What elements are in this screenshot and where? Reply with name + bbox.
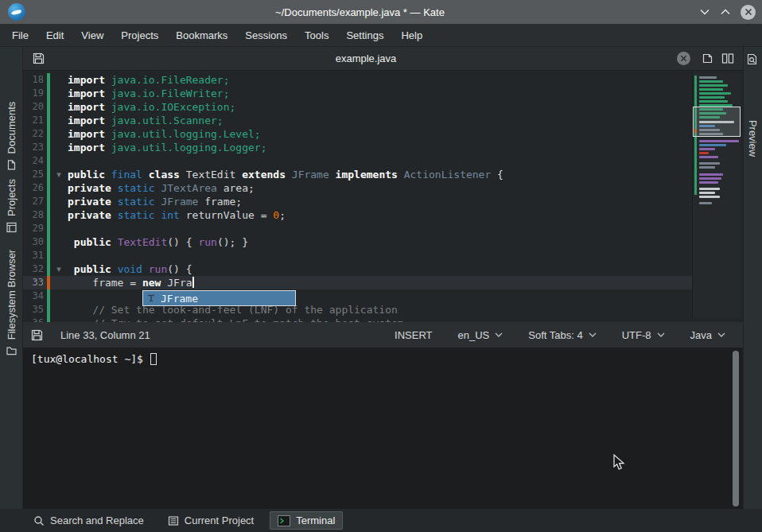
fold-marker[interactable]: ▾ <box>50 168 68 181</box>
menu-item-edit[interactable]: Edit <box>39 26 71 45</box>
code-line-31[interactable]: 31 <box>23 249 692 262</box>
fold-column <box>50 249 68 262</box>
bottom-tab-label: Terminal <box>296 515 335 526</box>
new-document-button[interactable] <box>697 49 717 68</box>
line-number[interactable]: 26 <box>23 181 44 195</box>
document-preview-button[interactable] <box>746 53 758 68</box>
sidebar-tab-filesystem-browser[interactable]: Filesystem Browser <box>6 250 17 356</box>
bottom-tab-current-project[interactable]: Current Project <box>160 511 262 530</box>
code-line-29[interactable]: 29 <box>23 222 692 235</box>
syntax-selector[interactable]: Java <box>681 329 735 341</box>
line-number[interactable]: 31 <box>23 249 44 262</box>
fold-column <box>50 154 68 168</box>
code-line-20[interactable]: 20import java.io.IOException; <box>23 100 692 114</box>
tab-mode-selector[interactable]: Soft Tabs: 4 <box>519 329 605 341</box>
split-view-button[interactable] <box>717 49 738 68</box>
code-line-19[interactable]: 19import java.io.FileWriter; <box>23 87 692 100</box>
code-text: import java.util.Scanner; <box>68 114 224 127</box>
code-text: import java.util.logging.Level; <box>68 127 261 141</box>
code-line-35[interactable]: 35 // Set the look-and-feel (LNF) of the… <box>23 303 692 316</box>
encoding-selector[interactable]: UTF-8 <box>612 329 675 341</box>
line-number[interactable]: 35 <box>23 303 44 316</box>
fold-marker[interactable]: ▾ <box>50 262 68 276</box>
bottom-tab-search-and-replace[interactable]: Search and Replace <box>25 511 152 530</box>
bottom-tab-terminal[interactable]: Terminal <box>270 511 343 530</box>
menu-item-tools[interactable]: Tools <box>297 26 336 45</box>
line-number[interactable]: 30 <box>23 235 44 249</box>
sidebar-tab-preview[interactable]: Preview <box>747 120 759 157</box>
menu-item-projects[interactable]: Projects <box>114 26 165 45</box>
minimap-code-bar <box>699 92 731 95</box>
code-line-22[interactable]: 22import java.util.logging.Level; <box>23 127 692 141</box>
code-line-23[interactable]: 23import java.util.logging.Logger; <box>23 141 692 154</box>
line-number[interactable]: 29 <box>23 222 44 235</box>
line-number[interactable]: 21 <box>23 114 44 127</box>
code-line-30[interactable]: 30 public TextEdit() { run(); } <box>23 235 692 249</box>
menu-item-help[interactable]: Help <box>394 26 430 45</box>
code-line-28[interactable]: 28private static int returnValue = 0; <box>23 208 692 222</box>
minimap-code-bar <box>699 76 717 79</box>
line-number[interactable]: 25 <box>23 168 44 181</box>
completion-popup: JFrame <box>142 290 296 306</box>
line-number[interactable]: 20 <box>23 100 44 114</box>
minimap-code-bar <box>699 188 720 190</box>
menu-item-settings[interactable]: Settings <box>339 26 391 45</box>
documents-icon <box>6 159 17 170</box>
class-icon <box>146 293 156 303</box>
tab-close-icon <box>680 55 687 62</box>
line-number[interactable]: 24 <box>23 154 44 168</box>
line-number[interactable]: 34 <box>23 289 44 303</box>
code-text: public final class TextEdit extends JFra… <box>68 168 503 181</box>
minimap[interactable] <box>692 73 741 318</box>
line-number[interactable]: 27 <box>23 195 44 208</box>
code-line-18[interactable]: 18import java.io.FileReader; <box>23 73 692 87</box>
menu-item-bookmarks[interactable]: Bookmarks <box>169 26 235 45</box>
fold-column <box>50 316 68 322</box>
completion-item-selected[interactable]: JFrame <box>143 291 295 305</box>
code-text: public TextEdit() { run(); } <box>68 235 248 249</box>
code-line-26[interactable]: 26private static JTextArea area; <box>23 181 692 195</box>
code-line-32[interactable]: 32▾ public void run() { <box>23 262 692 276</box>
line-number[interactable]: 19 <box>23 87 44 100</box>
code-line-21[interactable]: 21import java.util.Scanner; <box>23 114 692 127</box>
document-tab-example-java[interactable]: example.java <box>49 47 697 71</box>
line-number[interactable]: 22 <box>23 127 44 141</box>
cursor-position[interactable]: Line 33, Column 21 <box>60 329 150 341</box>
input-mode[interactable]: INSERT <box>385 329 441 341</box>
titlebar: ~/Documents/example.java * — Kate <box>0 0 762 24</box>
line-number[interactable]: 28 <box>23 208 44 222</box>
dictionary-selector[interactable]: en_US <box>449 329 513 341</box>
code-text: import java.io.IOException; <box>68 100 235 114</box>
maximize-button[interactable] <box>715 4 736 20</box>
close-button[interactable] <box>741 5 756 20</box>
sidebar-tab-projects[interactable]: Projects <box>6 179 17 233</box>
right-sidebar: Preview <box>744 47 762 509</box>
code-line-33[interactable]: 33 frame = new JFra <box>23 276 692 289</box>
code-line-36[interactable]: 36 // Try to set default LnF to match th… <box>23 316 692 322</box>
line-number[interactable]: 36 <box>23 316 44 322</box>
minimap-code-bar <box>699 192 715 194</box>
minimap-viewport[interactable] <box>693 107 741 137</box>
line-number[interactable]: 32 <box>23 262 44 276</box>
minimize-button[interactable] <box>694 4 715 20</box>
line-number[interactable]: 18 <box>23 73 44 87</box>
line-number[interactable]: 33 <box>23 276 44 289</box>
bottom-tab-label: Current Project <box>185 515 254 526</box>
document-tabbar: example.java <box>23 47 743 71</box>
terminal-scrollbar[interactable] <box>733 351 739 507</box>
editor-view[interactable]: 18import java.io.FileReader;19import jav… <box>23 71 743 322</box>
terminal-panel[interactable]: [tux@localhost ~]$ <box>23 348 743 509</box>
menu-item-file[interactable]: File <box>5 26 36 45</box>
menu-item-view[interactable]: View <box>74 26 111 45</box>
sidebar-tab-documents[interactable]: Documents <box>6 102 17 171</box>
tab-close-button[interactable] <box>677 52 690 65</box>
modified-save-icon <box>31 329 43 341</box>
code-line-24[interactable]: 24 <box>23 154 692 168</box>
code-line-27[interactable]: 27private static JFrame frame; <box>23 195 692 208</box>
code-line-34[interactable]: 34 <box>23 289 692 303</box>
line-number[interactable]: 23 <box>23 141 44 154</box>
statusbar: Line 33, Column 21 INSERT en_US Soft Tab… <box>23 322 743 348</box>
code-line-25[interactable]: 25▾public final class TextEdit extends J… <box>23 168 692 181</box>
fold-column <box>50 100 68 114</box>
menu-item-sessions[interactable]: Sessions <box>238 26 294 45</box>
